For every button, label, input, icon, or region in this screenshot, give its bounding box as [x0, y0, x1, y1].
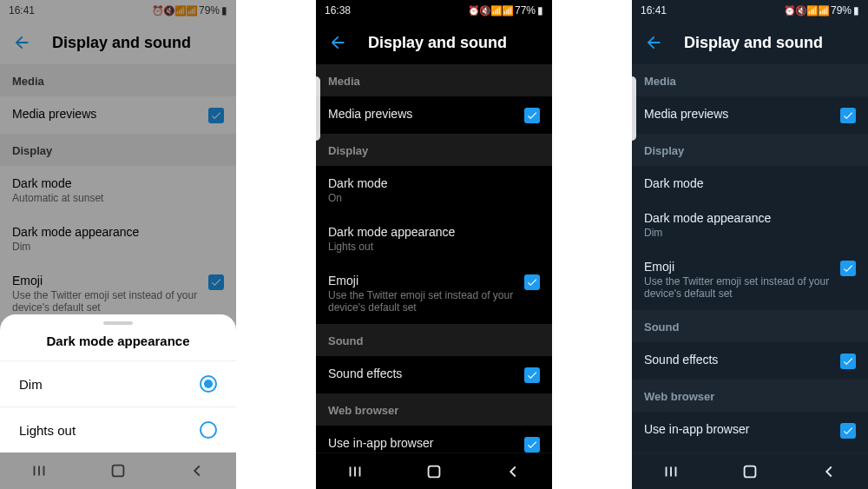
- battery-icon: ▮: [853, 4, 859, 17]
- checkbox-checked-icon[interactable]: [524, 108, 540, 123]
- section-media: Media: [316, 64, 552, 96]
- row-media-previews[interactable]: Media previews: [316, 96, 552, 134]
- app-bar: Display and sound: [316, 21, 552, 64]
- row-label: Dark mode: [328, 176, 540, 190]
- option-label: Dim: [19, 377, 43, 392]
- section-sound: Sound: [632, 310, 868, 342]
- section-web: Web browser: [632, 380, 868, 412]
- row-label: Media previews: [328, 107, 516, 121]
- back-icon[interactable]: [12, 33, 31, 52]
- nav-recents-icon[interactable]: [30, 461, 49, 480]
- row-sound-effects[interactable]: Sound effects: [316, 356, 552, 393]
- svg-rect-0: [113, 466, 124, 477]
- settings-list: Media Media previews Display Dark mode D…: [632, 64, 868, 453]
- nav-back-icon[interactable]: [503, 462, 523, 481]
- row-sub: Dim: [12, 241, 224, 253]
- row-in-app-browser[interactable]: Use in-app browser: [632, 412, 868, 449]
- row-sound-effects[interactable]: Sound effects: [632, 342, 868, 380]
- row-sub: Use the Twitter emoji set instead of you…: [328, 289, 516, 314]
- sheet-option-dim[interactable]: Dim: [0, 360, 236, 406]
- nav-back-icon[interactable]: [187, 461, 207, 480]
- sheet-drag-handle[interactable]: [103, 321, 133, 325]
- row-label: Media previews: [644, 107, 832, 121]
- row-emoji[interactable]: Emoji Use the Twitter emoji set instead …: [316, 263, 552, 324]
- section-display: Display: [316, 134, 552, 166]
- row-sub: Dim: [644, 227, 856, 239]
- nav-home-icon[interactable]: [424, 462, 444, 481]
- svg-rect-2: [745, 466, 756, 477]
- checkbox-checked-icon[interactable]: [208, 108, 224, 123]
- status-right: ⏰🔇📶📶 79% ▮: [152, 4, 227, 17]
- checkbox-checked-icon[interactable]: [524, 437, 540, 453]
- nav-bar: [316, 453, 552, 489]
- row-dark-mode[interactable]: Dark mode Automatic at sunset: [0, 166, 236, 215]
- checkbox-checked-icon[interactable]: [524, 274, 540, 290]
- row-label: Emoji: [12, 274, 200, 287]
- edge-indicator: [316, 76, 320, 141]
- row-sub: Automatic at sunset: [12, 192, 224, 204]
- row-dark-mode-appearance[interactable]: Dark mode appearance Dim: [0, 215, 236, 263]
- section-web: Web browser: [316, 393, 552, 426]
- sheet-title: Dark mode appearance: [0, 334, 236, 360]
- nav-home-icon[interactable]: [108, 461, 128, 480]
- phone-lights-out: 16:38 ⏰🔇📶📶 77% ▮ Display and sound Media…: [316, 0, 552, 489]
- checkbox-checked-icon[interactable]: [840, 354, 856, 369]
- row-emoji[interactable]: Emoji Use the Twitter emoji set instead …: [632, 249, 868, 310]
- status-right: ⏰🔇📶📶 77% ▮: [468, 4, 543, 17]
- settings-list: Media Media previews Display Dark mode O…: [316, 64, 552, 453]
- row-label: Dark mode appearance: [12, 225, 224, 239]
- edge-indicator: [632, 76, 636, 141]
- nav-recents-icon[interactable]: [345, 462, 365, 481]
- row-label: Sound effects: [644, 353, 832, 367]
- page-title: Display and sound: [684, 34, 823, 52]
- row-dark-mode[interactable]: Dark mode On: [316, 166, 552, 215]
- checkbox-checked-icon[interactable]: [840, 423, 856, 439]
- option-label: Lights out: [19, 423, 76, 438]
- row-label: Dark mode appearance: [328, 225, 540, 239]
- nav-back-icon[interactable]: [819, 462, 838, 481]
- status-bar: 16:38 ⏰🔇📶📶 77% ▮: [316, 0, 552, 21]
- section-media: Media: [0, 64, 236, 96]
- battery-icon: ▮: [221, 4, 227, 17]
- app-bar: Display and sound: [0, 21, 236, 64]
- sheet-option-lights-out[interactable]: Lights out: [0, 406, 236, 453]
- back-icon[interactable]: [328, 33, 347, 52]
- status-icons: ⏰🔇📶📶: [468, 5, 513, 17]
- page-title: Display and sound: [368, 34, 507, 52]
- back-icon[interactable]: [644, 33, 663, 52]
- row-label: Dark mode appearance: [644, 211, 856, 225]
- row-media-previews[interactable]: Media previews: [0, 96, 236, 134]
- battery-icon: ▮: [537, 4, 543, 17]
- row-dark-mode[interactable]: Dark mode: [632, 166, 868, 201]
- row-label: Media previews: [12, 107, 200, 121]
- status-battery: 79%: [831, 4, 852, 17]
- status-right: ⏰🔇📶📶 79% ▮: [784, 4, 859, 17]
- row-sub: On: [328, 192, 540, 204]
- checkbox-checked-icon[interactable]: [840, 261, 856, 276]
- row-label: Use in-app browser: [328, 436, 516, 450]
- nav-recents-icon[interactable]: [661, 462, 681, 481]
- section-media: Media: [632, 64, 868, 96]
- status-icons: ⏰🔇📶📶: [152, 5, 197, 17]
- nav-home-icon[interactable]: [740, 462, 760, 481]
- row-dark-mode-appearance[interactable]: Dark mode appearance Dim: [632, 201, 868, 249]
- checkbox-checked-icon[interactable]: [840, 108, 856, 123]
- status-time: 16:41: [9, 4, 35, 17]
- section-display: Display: [632, 134, 868, 166]
- row-sub: Use the Twitter emoji set instead of you…: [644, 275, 832, 300]
- bottom-sheet: Dark mode appearance Dim Lights out: [0, 314, 236, 453]
- row-label: Sound effects: [328, 367, 516, 380]
- row-dark-mode-appearance[interactable]: Dark mode appearance Lights out: [316, 215, 552, 263]
- phone-dim: 16:41 ⏰🔇📶📶 79% ▮ Display and sound Media…: [632, 0, 868, 489]
- radio-unchecked-icon[interactable]: [200, 421, 217, 439]
- section-sound: Sound: [316, 324, 552, 356]
- row-sub: Use the Twitter emoji set instead of you…: [12, 289, 200, 314]
- row-label: Emoji: [644, 260, 832, 274]
- row-media-previews[interactable]: Media previews: [632, 96, 868, 134]
- checkbox-checked-icon[interactable]: [524, 367, 540, 383]
- row-sub: Lights out: [328, 241, 540, 253]
- radio-checked-icon[interactable]: [200, 375, 217, 393]
- checkbox-checked-icon[interactable]: [208, 274, 224, 290]
- status-bar: 16:41 ⏰🔇📶📶 79% ▮: [632, 0, 868, 21]
- row-in-app-browser[interactable]: Use in-app browser: [316, 426, 552, 453]
